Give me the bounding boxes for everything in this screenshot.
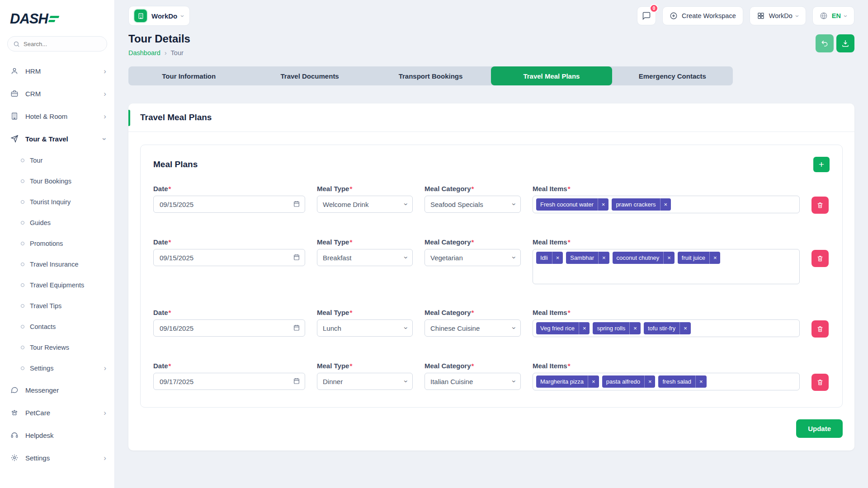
required-asterisk: * bbox=[169, 238, 171, 246]
sidebar-subitem-label: Settings bbox=[30, 365, 53, 372]
remove-tag-button[interactable]: × bbox=[709, 252, 721, 264]
selected-value: Seafood Specials bbox=[430, 201, 483, 208]
sidebar-subitem-contacts[interactable]: Contacts bbox=[0, 316, 114, 337]
meal-type-select[interactable]: Lunch › bbox=[317, 319, 413, 337]
download-button[interactable] bbox=[836, 34, 854, 52]
meal-items-input[interactable]: Idli× Sambhar× coconut chutney× fruit ju… bbox=[533, 249, 800, 284]
sidebar-subitem-travel-equipments[interactable]: Travel Equipments bbox=[0, 275, 114, 296]
sidebar-item-hrm[interactable]: HRM › bbox=[0, 60, 114, 82]
meal-items-input[interactable]: Fresh coconut water× prawn crackers× bbox=[533, 196, 800, 213]
meal-item-tag: Fresh coconut water× bbox=[536, 198, 609, 211]
sidebar-item-petcare[interactable]: PetCare › bbox=[0, 401, 114, 424]
sidebar-item-settings[interactable]: Settings › bbox=[0, 446, 114, 469]
meal-items-input[interactable]: Margherita pizza× pasta alfredo× fresh s… bbox=[533, 373, 800, 390]
sidebar-subitem-guides[interactable]: Guides bbox=[0, 212, 114, 233]
bullet-icon bbox=[21, 200, 24, 204]
create-workspace-button[interactable]: Create Workspace bbox=[662, 6, 743, 25]
sidebar-subitem-label: Tour bbox=[30, 157, 42, 164]
hrm-icon bbox=[10, 67, 19, 75]
meal-category-select[interactable]: Vegetarian › bbox=[425, 249, 521, 266]
sidebar-subitem-promotions[interactable]: Promotions bbox=[0, 233, 114, 254]
back-button[interactable] bbox=[816, 34, 834, 52]
messenger-icon bbox=[10, 386, 19, 394]
sidebar-item-messenger[interactable]: Messenger bbox=[0, 379, 114, 401]
remove-tag-button[interactable]: × bbox=[629, 322, 641, 334]
required-asterisk: * bbox=[568, 185, 571, 192]
messages-button[interactable]: 0 bbox=[637, 6, 656, 25]
helpdesk-icon bbox=[10, 431, 19, 439]
app-logo[interactable]: DASH bbox=[0, 0, 114, 34]
chevron-down-icon: › bbox=[509, 203, 518, 205]
add-meal-plan-button[interactable]: + bbox=[813, 157, 830, 172]
remove-tag-button[interactable]: × bbox=[660, 198, 671, 211]
remove-tag-button[interactable]: × bbox=[552, 252, 563, 264]
update-button[interactable]: Update bbox=[796, 419, 843, 438]
meal-items-input[interactable]: Veg fried rice× spring rolls× tofu stir-… bbox=[533, 319, 800, 337]
delete-row-button[interactable] bbox=[811, 250, 829, 267]
language-selector[interactable]: EN › bbox=[812, 6, 854, 25]
sidebar-search[interactable] bbox=[7, 36, 107, 52]
meal-item-tag: tofu stir-fry× bbox=[644, 322, 691, 334]
remove-tag-button[interactable]: × bbox=[663, 252, 675, 264]
meal-items-label: Meal Items* bbox=[533, 309, 800, 316]
sidebar-item-helpdesk[interactable]: Helpdesk bbox=[0, 424, 114, 446]
tour-travel-icon bbox=[10, 135, 19, 143]
breadcrumb-dashboard-link[interactable]: Dashboard bbox=[128, 49, 160, 56]
meal-category-select[interactable]: Chinese Cuisine › bbox=[425, 319, 521, 337]
sidebar-subitem-tour-reviews[interactable]: Tour Reviews bbox=[0, 337, 114, 358]
meal-category-select[interactable]: Italian Cuisine › bbox=[425, 373, 521, 390]
plus-circle-icon bbox=[670, 12, 678, 20]
search-input[interactable] bbox=[24, 41, 103, 47]
meal-type-select[interactable]: Dinner › bbox=[317, 373, 413, 390]
date-label: Date* bbox=[153, 362, 305, 370]
sidebar: DASH HRM › CRM › Hotel & Room › Tour & T… bbox=[0, 0, 115, 488]
page-content: Tour Details Dashboard › Tour Tour Infor… bbox=[115, 30, 868, 450]
meal-type-select[interactable]: Breakfast › bbox=[317, 249, 413, 266]
remove-tag-button[interactable]: × bbox=[588, 375, 599, 388]
tab-transport-bookings[interactable]: Transport Bookings bbox=[370, 66, 491, 85]
sidebar-subitem-settings[interactable]: Settings › bbox=[0, 358, 114, 379]
meal-category-label: Meal Category* bbox=[425, 238, 521, 246]
meal-type-label: Meal Type* bbox=[317, 362, 413, 370]
meal-type-select[interactable]: Welcome Drink › bbox=[317, 196, 413, 213]
remove-tag-button[interactable]: × bbox=[598, 198, 609, 211]
tab-travel-documents[interactable]: Travel Documents bbox=[249, 66, 370, 85]
workspace-switcher[interactable]: WorkDo › bbox=[128, 6, 190, 26]
remove-tag-button[interactable]: × bbox=[695, 375, 707, 388]
app-launcher-button[interactable]: WorkDo › bbox=[750, 6, 806, 25]
meal-category-select[interactable]: Seafood Specials › bbox=[425, 196, 521, 213]
sidebar-subitem-travel-insurance[interactable]: Travel Insurance bbox=[0, 254, 114, 275]
delete-row-button[interactable] bbox=[811, 197, 829, 214]
meal-items-label: Meal Items* bbox=[533, 362, 800, 370]
delete-row-button[interactable] bbox=[811, 320, 829, 338]
chevron-down-icon: › bbox=[509, 256, 518, 258]
meal-items-label: Meal Items* bbox=[533, 185, 800, 192]
search-icon bbox=[13, 41, 20, 47]
tab-emergency-contacts[interactable]: Emergency Contacts bbox=[612, 66, 733, 85]
sidebar-item-crm[interactable]: CRM › bbox=[0, 82, 114, 105]
breadcrumb: Dashboard › Tour bbox=[128, 49, 190, 56]
date-input[interactable] bbox=[153, 249, 305, 266]
required-asterisk: * bbox=[568, 309, 571, 316]
delete-row-button[interactable] bbox=[811, 374, 829, 391]
sidebar-subitem-travel-tips[interactable]: Travel Tips bbox=[0, 296, 114, 316]
sidebar-subitem-tour-bookings[interactable]: Tour Bookings bbox=[0, 171, 114, 192]
date-input[interactable] bbox=[153, 319, 305, 337]
remove-tag-button[interactable]: × bbox=[679, 322, 691, 334]
remove-tag-button[interactable]: × bbox=[644, 375, 656, 388]
remove-tag-button[interactable]: × bbox=[579, 322, 590, 334]
meal-category-label: Meal Category* bbox=[425, 362, 521, 370]
page-actions bbox=[816, 34, 854, 52]
selected-value: Italian Cuisine bbox=[430, 378, 473, 385]
sidebar-item-tour-travel[interactable]: Tour & Travel › bbox=[0, 127, 114, 150]
tab-travel-meal-plans[interactable]: Travel Meal Plans bbox=[491, 66, 612, 85]
remove-tag-button[interactable]: × bbox=[598, 252, 609, 264]
sidebar-subitem-tour[interactable]: Tour bbox=[0, 150, 114, 171]
required-asterisk: * bbox=[349, 238, 352, 246]
sidebar-subitem-tourist-inquiry[interactable]: Tourist Inquiry bbox=[0, 192, 114, 212]
date-input[interactable] bbox=[153, 196, 305, 213]
sidebar-item-label: Settings bbox=[25, 454, 50, 462]
tab-tour-information[interactable]: Tour Information bbox=[128, 66, 249, 85]
date-input[interactable] bbox=[153, 373, 305, 390]
sidebar-item-hotel-room[interactable]: Hotel & Room › bbox=[0, 105, 114, 127]
